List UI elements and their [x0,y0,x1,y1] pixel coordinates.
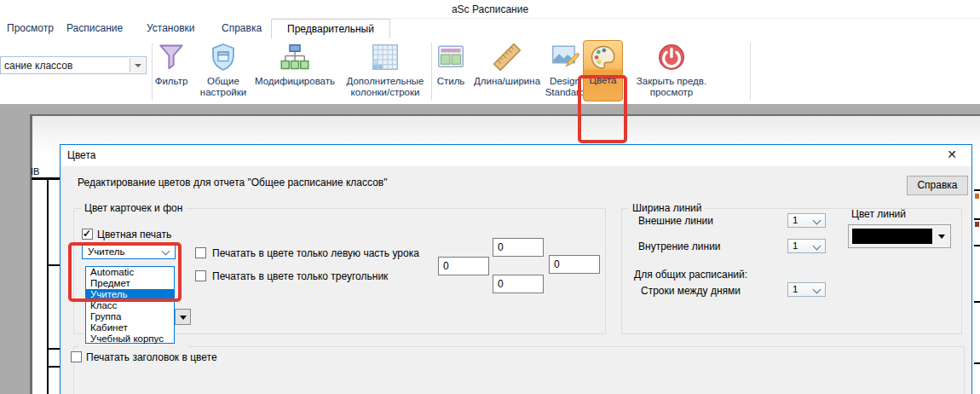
timetable-row-header: IB [31,166,39,177]
list-item[interactable]: Учебный корпус [86,333,174,345]
tab-prosmotr[interactable]: Просмотр [7,19,54,38]
page-edge [30,114,32,394]
table-line [974,189,980,191]
chevron-down-icon [813,217,821,225]
dialog-title: Цвета [67,149,95,161]
ribbon-separator [750,43,751,101]
chevron-down-icon [813,286,821,294]
line-color-label: Цвет линий [851,208,906,220]
page-edge [30,114,980,116]
length-width-button[interactable]: Длина/ширина [469,40,545,87]
modify-button[interactable]: Модифицировать [252,40,337,87]
button-label: Цвета [584,75,622,86]
colors-dialog: Цвета ✕ Редактирование цветов для отчета… [60,144,972,394]
org-chart-icon [280,42,310,72]
group-title: Цвет карточек и фон [81,202,186,214]
color-by-dropdown-list: Automatic Предмет Учитель Класс Группа К… [85,266,175,344]
card-fragment [975,194,979,199]
left-part-label: Печатать в цвете только левую часть урок… [212,247,419,259]
filter-button[interactable]: Фильтр [153,40,189,87]
margin-top-field[interactable] [493,238,544,257]
chevron-down-icon [135,64,141,67]
button-label: Design Standard [544,76,586,97]
chevron-down-icon [813,242,821,251]
inner-lines-value: 1 [793,240,798,251]
group-border [964,346,965,394]
ruler-icon [492,42,522,72]
table-line [974,362,980,364]
list-item[interactable]: Класс [86,300,174,311]
button-label: Общие настройки [194,76,252,97]
list-item[interactable]: Кабинет [86,322,174,333]
palette-icon [589,43,618,72]
list-item[interactable]: Automatic [86,267,174,278]
button-label: Стиль [433,76,469,87]
table-line [32,177,60,180]
outer-lines-value: 1 [793,215,798,225]
menu-tab-bar: Просмотр Расписание Установки Справка Пр… [0,19,980,39]
black-color-swatch [852,229,932,244]
table-line [47,177,49,394]
report-selector-combobox[interactable]: сание классов [0,56,147,74]
list-item-selected[interactable]: Учитель [86,289,174,300]
background-combobox-partial[interactable] [175,309,191,325]
color-by-combobox[interactable]: Учитель [82,245,176,259]
between-days-combobox[interactable]: 1 [787,282,826,297]
inner-lines-label: Внутрение линии [638,240,721,252]
group-border [188,346,965,347]
close-icon[interactable]: ✕ [943,148,961,163]
between-days-label: Строки между днями [641,285,741,297]
margin-bottom-field[interactable] [493,275,544,293]
table-line [974,301,980,303]
group-title: Ширина линий [629,202,705,214]
triangle-checkbox[interactable] [195,270,206,281]
list-item[interactable]: Группа [86,311,174,322]
report-selector-dropdown-button[interactable] [130,58,145,72]
table-grid-icon [370,42,401,72]
app-window: aSc Расписание Просмотр Расписание Устан… [0,0,980,394]
colors-button[interactable]: Цвета [583,40,623,101]
tab-raspisanie[interactable]: Расписание [66,19,123,38]
margin-right-field[interactable] [549,255,600,274]
color-print-checkbox[interactable] [82,229,93,240]
table-line [48,348,60,350]
button-label: Дополнительные колонки/строки [337,76,433,97]
table-line [48,264,60,266]
header-color-label: Печатать заголовок в цвете [86,351,217,363]
close-preview-button[interactable]: Закрыть предв. просмотр [631,40,712,97]
common-schedules-label: Для общих расписаний: [634,269,747,281]
button-label: Закрыть предв. просмотр [631,76,712,97]
color-by-value: Учитель [88,246,125,257]
style-button[interactable]: Стиль [433,40,469,87]
chevron-down-icon [162,247,170,256]
button-label: Длина/ширина [469,76,545,87]
inner-lines-combobox[interactable]: 1 [787,239,826,253]
window-title: aSc Расписание [0,3,980,15]
outer-lines-combobox[interactable]: 1 [787,213,826,228]
outer-lines-label: Внешние линии [638,215,713,227]
card-fragment [975,222,979,227]
style-icon [435,42,466,72]
button-label: Модифицировать [252,76,337,87]
tab-preview-active[interactable]: Предварительный просмотр [271,19,390,38]
window-titlebar: aSc Расписание [0,0,980,19]
table-line [49,366,60,368]
list-item[interactable]: Предмет [86,278,174,289]
common-settings-button[interactable]: Общие настройки [194,40,252,97]
table-line [974,245,980,246]
between-days-value: 1 [793,284,798,294]
margin-left-field[interactable] [438,257,489,275]
line-color-combobox[interactable] [848,224,951,248]
tab-spravka[interactable]: Справка [222,19,262,38]
tab-ustanovki[interactable]: Установки [147,19,194,38]
button-label: Фильтр [153,76,189,87]
shield-icon [208,42,239,72]
design-standard-button[interactable]: Design Standard [544,40,586,97]
dialog-titlebar[interactable]: Цвета ✕ [61,145,971,166]
extra-columns-button[interactable]: Дополнительные колонки/строки [337,40,433,97]
left-part-checkbox[interactable] [195,247,206,258]
help-button[interactable]: Справка [907,176,968,195]
triangle-label: Печатать в цвете только треугольник [212,270,388,282]
dialog-description: Редактирование цветов для отчета "Общее … [78,177,387,188]
header-color-checkbox[interactable] [71,351,82,362]
